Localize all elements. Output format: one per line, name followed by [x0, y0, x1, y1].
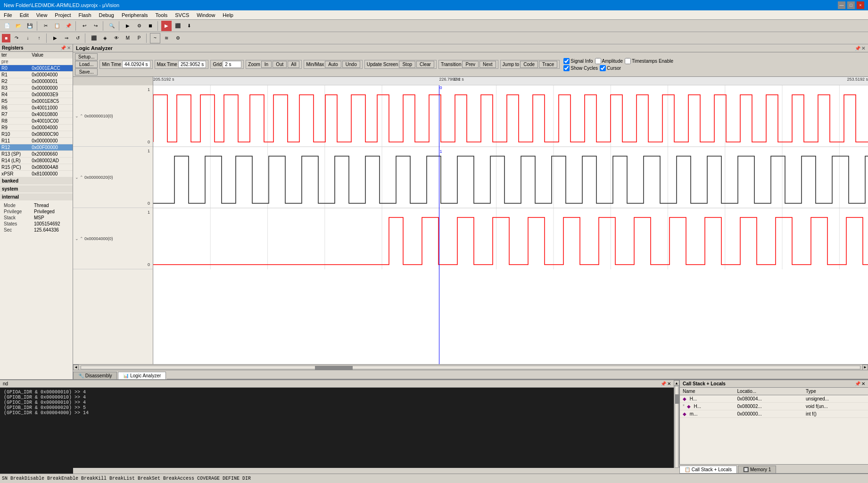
menu-help[interactable]: Help: [219, 11, 237, 19]
la-code-btn[interactable]: Code: [520, 61, 538, 68]
reg-row-r14[interactable]: R14 (LR) 0x080002AD: [0, 158, 73, 164]
vscroll-up-btn[interactable]: ▲: [674, 380, 679, 386]
menu-window[interactable]: Window: [193, 11, 219, 19]
debug2-btn[interactable]: ⬛: [173, 21, 183, 31]
stop-debug-btn[interactable]: ■: [2, 34, 10, 42]
reg-row-r12[interactable]: R12 0x00F00000: [0, 144, 73, 151]
paste-btn[interactable]: 📌: [63, 21, 74, 31]
hscroll-track[interactable]: [81, 366, 860, 369]
menu-debug[interactable]: Debug: [95, 11, 118, 19]
menu-view[interactable]: View: [33, 11, 51, 19]
bp-btn[interactable]: ⬛: [89, 33, 99, 43]
la-close-icon[interactable]: ✕: [861, 46, 865, 51]
logic-btn[interactable]: ~: [150, 33, 160, 43]
reset-btn[interactable]: ↺: [73, 33, 83, 43]
reg-row-r5[interactable]: R5 0x0001E8C5: [0, 98, 73, 105]
reg-row-r0[interactable]: R0 0x0001EACC: [0, 65, 73, 72]
stack-row-2[interactable]: ◆ m... 0x000000... int f(): [680, 410, 868, 418]
reg-row-r3[interactable]: R3 0x00000000: [0, 85, 73, 92]
close-panel-icon[interactable]: ✕: [67, 45, 71, 50]
register-scroll[interactable]: ter Value pre R0 0x0001EACC: [0, 52, 73, 379]
search-btn[interactable]: 🔍: [107, 21, 117, 31]
la-cursor-check[interactable]: Cursor: [600, 65, 621, 71]
reg-row-r13[interactable]: R13 (SP) 0x20000660: [0, 151, 73, 158]
menu-file[interactable]: File: [0, 11, 16, 19]
la-signalinfo-input[interactable]: [563, 58, 570, 64]
stop-build-btn[interactable]: ⏹: [145, 21, 156, 31]
reg-row-r7[interactable]: R7 0x40010800: [0, 111, 73, 118]
la-next-btn[interactable]: Next: [479, 61, 496, 68]
step-over-btn[interactable]: ↷: [11, 33, 22, 43]
la2-btn[interactable]: ≋: [161, 33, 172, 43]
run-btn[interactable]: ▶: [50, 33, 60, 43]
lower-left-pin[interactable]: 📌: [661, 381, 666, 386]
la-prev-btn[interactable]: Prev: [462, 61, 479, 68]
undo-btn[interactable]: ↩: [79, 21, 90, 31]
la-zoom-all-btn[interactable]: All: [288, 61, 299, 68]
la-cursor-input[interactable]: [600, 65, 606, 71]
sig2-expand[interactable]: ⌄: [75, 175, 79, 180]
settings-btn[interactable]: ⚙: [173, 33, 183, 43]
reg-row-r6[interactable]: R6 0x40011000: [0, 105, 73, 111]
pin-icon[interactable]: 📌: [60, 45, 66, 50]
tab-logic-analyzer[interactable]: 📊 Logic Analyzer: [118, 372, 166, 379]
menu-svcs[interactable]: SVCS: [171, 11, 193, 19]
la-trace-btn[interactable]: Trace: [539, 61, 557, 68]
la-timestamps-check[interactable]: Timestamps Enable: [625, 58, 673, 64]
la-undo-btn[interactable]: Undo: [342, 61, 360, 68]
reg-row-r9[interactable]: R9 0x00004000: [0, 125, 73, 131]
open-btn[interactable]: 📂: [13, 21, 24, 31]
code-area[interactable]: (GPIOA_IDR & 0x00000010) >> 4 (GPIOB_IDR…: [0, 388, 674, 471]
hscroll-right-btn[interactable]: ►: [862, 365, 868, 370]
menu-edit[interactable]: Edit: [16, 11, 33, 19]
la-showcycles-check[interactable]: Show Cycles: [563, 65, 598, 71]
stack-row-0[interactable]: ◆ H... 0x080004... unsigned...: [680, 395, 868, 403]
copy-btn[interactable]: 📋: [52, 21, 62, 31]
menu-project[interactable]: Project: [51, 11, 74, 19]
step-out-btn[interactable]: ↑: [34, 33, 44, 43]
vscroll-thumb[interactable]: [675, 394, 679, 404]
stab-memory1[interactable]: 🔲 Memory 1: [738, 466, 776, 473]
bp2-btn[interactable]: ◈: [100, 33, 110, 43]
run-to-cursor-btn[interactable]: ⇒: [61, 33, 72, 43]
reg-row-r8[interactable]: R8 0x40010C00: [0, 118, 73, 125]
la-timestamps-input[interactable]: [625, 58, 631, 64]
la-amplitude-input[interactable]: [595, 58, 601, 64]
call-stack-close[interactable]: ✕: [861, 381, 865, 386]
la-save-button[interactable]: Save...: [75, 68, 98, 75]
lower-hscroll[interactable]: [73, 468, 679, 474]
reg-row-r2[interactable]: R2 0x00000001: [0, 78, 73, 85]
redo-btn[interactable]: ↪: [91, 21, 101, 31]
sig1-expand[interactable]: ⌄: [75, 114, 79, 118]
watch-btn[interactable]: 👁: [111, 33, 122, 43]
la-zoom-in-btn[interactable]: In: [261, 61, 272, 68]
stack-row-1[interactable]: * ◆ H... 0x080002... void f(un...: [680, 403, 868, 410]
la-setup-button[interactable]: Setup...: [75, 53, 98, 60]
menu-flash[interactable]: Flash: [75, 11, 95, 19]
minimize-button[interactable]: —: [838, 1, 845, 9]
hscroll-thumb[interactable]: [315, 366, 353, 370]
maximize-button[interactable]: □: [847, 1, 855, 9]
new-btn[interactable]: 📄: [2, 21, 12, 31]
la-zoom-out-btn[interactable]: Out: [273, 61, 287, 68]
waveform-canvas[interactable]: 0 1: [153, 85, 868, 364]
reg-row-r15[interactable]: R15 (PC) 0x080004A8: [0, 164, 73, 171]
sig3-expand2[interactable]: ⌃: [80, 236, 83, 241]
cut-btn[interactable]: ✂: [41, 21, 51, 31]
lower-left-vscroll[interactable]: ▲ ▼: [674, 380, 679, 474]
vscroll-track[interactable]: [675, 386, 678, 468]
reg-row-xpsr[interactable]: xPSR 0x81000000: [0, 171, 73, 177]
la-pin-icon[interactable]: 📌: [855, 46, 860, 51]
la-signalinfo-check[interactable]: Signal Info: [563, 58, 593, 64]
mem-btn[interactable]: M: [123, 33, 133, 43]
sig2-expand2[interactable]: ⌃: [80, 175, 83, 180]
tab-disassembly[interactable]: 🔧 Disassembly: [73, 372, 117, 379]
la-showcycles-input[interactable]: [563, 65, 570, 71]
download-btn[interactable]: ⬇: [184, 21, 194, 31]
reg-row-r4[interactable]: R4 0x000003E9: [0, 92, 73, 98]
cmd-bar[interactable]: SN BreakDisable BreakEnable BreakKill Br…: [0, 474, 868, 483]
perf-btn[interactable]: P: [134, 33, 144, 43]
sig3-expand[interactable]: ⌄: [75, 236, 79, 241]
hscroll-left-btn[interactable]: ◄: [73, 365, 79, 370]
save-btn[interactable]: 💾: [25, 21, 35, 31]
